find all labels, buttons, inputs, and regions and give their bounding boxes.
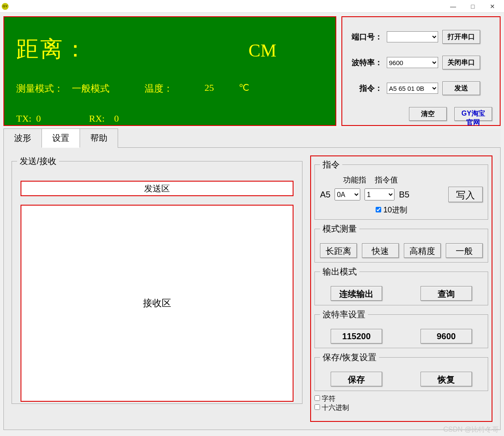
port-select[interactable] bbox=[387, 31, 438, 42]
func-select[interactable]: 0A bbox=[335, 188, 360, 200]
rx-label: RX: bbox=[89, 113, 105, 124]
cmd-label: 指令： bbox=[350, 83, 382, 93]
close-button[interactable]: ✕ bbox=[483, 0, 502, 13]
tab-bar: 波形 设置 帮助 bbox=[3, 128, 501, 148]
baud-select[interactable]: 9600 bbox=[387, 57, 438, 68]
write-button[interactable]: 写入 bbox=[448, 187, 483, 202]
normal-button[interactable]: 一般 bbox=[446, 243, 483, 258]
hex-checkbox[interactable] bbox=[314, 404, 320, 410]
temp-label: 温度： bbox=[145, 82, 205, 95]
sendrecv-legend: 发送/接收 bbox=[17, 155, 59, 167]
cmdval-select[interactable]: 1 bbox=[365, 188, 394, 200]
temp-unit: ℃ bbox=[239, 82, 249, 95]
tx-label: TX: bbox=[16, 113, 31, 124]
decimal-checkbox-label[interactable]: 10进制 bbox=[376, 206, 407, 214]
sendrecv-group: 发送/接收 发送区 接收区 bbox=[12, 155, 302, 404]
command-legend: 指令 bbox=[320, 159, 342, 170]
decimal-checkbox[interactable] bbox=[376, 207, 381, 212]
hex-checkbox-label[interactable]: 十六进制 bbox=[314, 403, 488, 412]
maximize-button[interactable]: □ bbox=[463, 0, 483, 13]
temp-value: 25 bbox=[205, 82, 239, 95]
func-head: 功能指 bbox=[343, 175, 366, 185]
clear-button[interactable]: 清空 bbox=[409, 107, 447, 121]
distance-unit: CM bbox=[249, 40, 276, 61]
tab-body: 发送/接收 发送区 接收区 指令 功能指 指令值 A5 0A 1 B5 写入 bbox=[3, 147, 501, 430]
display-panel: 距离： CM 测量模式： 一般模式 温度： 25 ℃ TX: 0 RX: 0 bbox=[3, 16, 336, 126]
baud-115200-button[interactable]: 115200 bbox=[331, 329, 382, 343]
char-checkbox-label[interactable]: 字符 bbox=[314, 394, 488, 403]
query-button[interactable]: 查询 bbox=[421, 286, 472, 301]
output-legend: 输出模式 bbox=[320, 266, 359, 278]
app-icon: GY bbox=[2, 3, 9, 10]
close-port-button[interactable]: 关闭串口 bbox=[442, 56, 480, 69]
tx-value: 0 bbox=[36, 113, 41, 124]
recv-area[interactable]: 接收区 bbox=[21, 205, 294, 402]
cmd-prefix: A5 bbox=[320, 190, 330, 200]
save-group: 保存/恢复设置 保存 恢复 bbox=[314, 352, 488, 391]
mode-legend: 模式测量 bbox=[320, 223, 359, 235]
mode-value: 一般模式 bbox=[72, 82, 145, 95]
restore-button[interactable]: 恢复 bbox=[421, 372, 472, 386]
high-precision-button[interactable]: 高精度 bbox=[404, 243, 441, 258]
send-button[interactable]: 发送 bbox=[442, 81, 480, 95]
connection-panel: 端口号： 打开串口 波特率： 9600 关闭串口 指令： A5 65 01 0B… bbox=[341, 16, 501, 126]
send-area[interactable]: 发送区 bbox=[21, 181, 294, 196]
mode-label: 测量模式： bbox=[16, 82, 72, 95]
tab-settings[interactable]: 设置 bbox=[42, 128, 80, 148]
baud-group: 波特率设置 115200 9600 bbox=[314, 309, 488, 348]
baud-legend: 波特率设置 bbox=[320, 309, 368, 320]
watermark: CSDN @比特冬哥 bbox=[443, 425, 499, 434]
long-range-button[interactable]: 长距离 bbox=[320, 243, 357, 258]
command-group: 指令 功能指 指令值 A5 0A 1 B5 写入 10进制 bbox=[314, 159, 488, 220]
baud-9600-button[interactable]: 9600 bbox=[421, 329, 472, 343]
titlebar: GY — □ ✕ bbox=[0, 0, 504, 13]
cmd-select[interactable]: A5 65 01 0B bbox=[387, 83, 438, 94]
taobao-link-button[interactable]: GY淘宝官网 bbox=[454, 107, 492, 121]
distance-label: 距离： bbox=[16, 34, 88, 64]
save-legend: 保存/恢复设置 bbox=[320, 352, 379, 363]
continuous-button[interactable]: 连续输出 bbox=[331, 286, 382, 301]
rx-value: 0 bbox=[114, 113, 119, 124]
output-group: 输出模式 连续输出 查询 bbox=[314, 266, 488, 305]
save-button[interactable]: 保存 bbox=[331, 372, 382, 386]
right-column: 指令 功能指 指令值 A5 0A 1 B5 写入 10进制 模式测量 bbox=[310, 155, 492, 422]
cmd-suffix: B5 bbox=[399, 190, 409, 200]
mode-group: 模式测量 长距离 快速 高精度 一般 bbox=[314, 223, 488, 263]
open-port-button[interactable]: 打开串口 bbox=[442, 30, 480, 44]
baud-label: 波特率： bbox=[350, 57, 382, 68]
minimize-button[interactable]: — bbox=[443, 0, 463, 13]
val-head: 指令值 bbox=[375, 175, 398, 185]
port-label: 端口号： bbox=[350, 32, 382, 42]
tab-help[interactable]: 帮助 bbox=[80, 128, 118, 148]
char-checkbox[interactable] bbox=[314, 395, 320, 401]
tab-waveform[interactable]: 波形 bbox=[3, 128, 42, 148]
fast-button[interactable]: 快速 bbox=[362, 243, 399, 258]
